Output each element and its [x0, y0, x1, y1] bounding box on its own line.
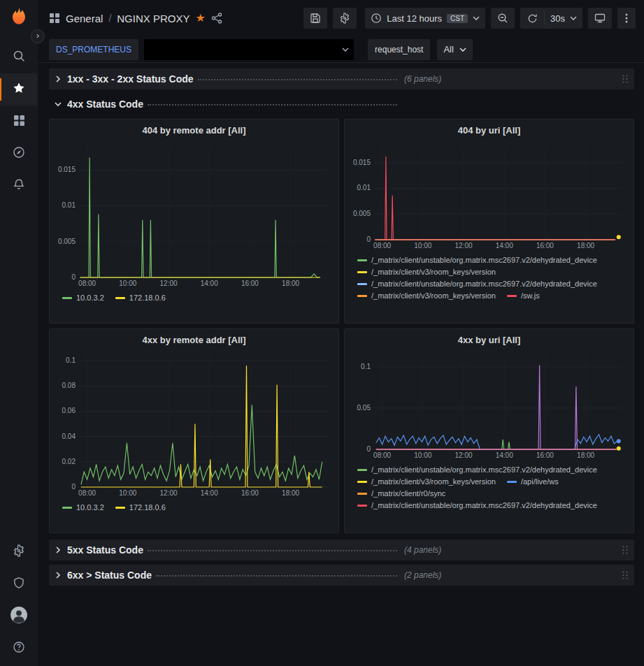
refresh-group: 30s	[520, 8, 582, 29]
row-leader-dots	[156, 575, 397, 577]
svg-text:0.04: 0.04	[62, 433, 76, 440]
chart-legend: 10.0.3.2172.18.0.6	[54, 498, 334, 530]
chart-4xx-by-remote-addr[interactable]: 08:0010:0012:0014:0016:0018:0000.020.040…	[54, 350, 334, 498]
legend-color-dash	[62, 297, 72, 299]
share-icon[interactable]	[211, 13, 222, 24]
svg-text:0.01: 0.01	[62, 201, 76, 209]
search-icon	[13, 50, 25, 65]
legend-label: 172.18.0.6	[129, 503, 166, 512]
panel-title[interactable]: 404 by remote addr [All]	[54, 120, 334, 140]
legend-item[interactable]: 172.18.0.6	[115, 294, 166, 302]
shield-icon	[13, 577, 25, 592]
panel-title[interactable]: 404 by uri [All]	[349, 120, 629, 140]
legend-item[interactable]: 10.0.3.2	[62, 294, 104, 302]
row-header-4xx[interactable]: 4xx Status Code	[49, 94, 634, 115]
svg-text:14:00: 14:00	[496, 451, 513, 459]
panel-4xx-by-uri: 4xx by uri [All] 08:0010:0012:0014:0016:…	[344, 328, 634, 533]
settings-gear-icon	[339, 13, 350, 24]
refresh-button[interactable]	[520, 8, 544, 29]
legend-item[interactable]: /_matrix/client/v3/room_keys/version	[357, 268, 496, 276]
legend-color-dash	[357, 283, 367, 285]
legend-item[interactable]: /_matrix/client/r0/sync	[357, 489, 445, 498]
sidebar-item-profile[interactable]	[0, 600, 38, 632]
row-panel-count: (4 panels)	[404, 545, 441, 555]
zoom-out-time-button[interactable]	[491, 8, 515, 29]
drag-handle-icon[interactable]	[622, 570, 629, 580]
legend-color-dash	[507, 481, 517, 483]
favorite-star-icon[interactable]: ★	[195, 13, 205, 24]
zoom-out-icon	[497, 13, 508, 24]
svg-text:16:00: 16:00	[241, 280, 259, 287]
refresh-interval-select[interactable]: 30s	[545, 8, 582, 29]
legend-item[interactable]: 172.18.0.6	[115, 503, 166, 512]
drag-handle-icon[interactable]	[622, 545, 629, 555]
chevron-down-icon	[342, 48, 349, 52]
sidebar-expand-button[interactable]: ›	[31, 29, 45, 43]
chart-404-by-remote-addr[interactable]: 08:0010:0012:0014:0016:0018:0000.0050.01…	[54, 140, 334, 289]
grafana-logo[interactable]	[8, 6, 29, 30]
row-title: 4xx Status Code	[67, 99, 143, 110]
legend-label: /_matrix/client/v3/room_keys/version	[371, 291, 496, 300]
panel-title[interactable]: 4xx by uri [All]	[349, 329, 629, 350]
request-host-select-value: All	[443, 44, 453, 55]
sidebar-item-configuration[interactable]	[0, 536, 38, 568]
dashboards-grid-icon	[13, 115, 25, 129]
legend-item[interactable]: /_matrix/client/unstable/org.matrix.msc2…	[357, 280, 597, 288]
legend-color-dash	[357, 259, 367, 261]
legend-item[interactable]: /_matrix/client/unstable/org.matrix.msc2…	[357, 465, 597, 474]
breadcrumb-separator: /	[108, 13, 111, 24]
legend-label: 10.0.3.2	[76, 294, 104, 302]
row-header-5xx[interactable]: 5xx Status Code (4 panels)	[49, 540, 634, 560]
request-host-variable-label[interactable]: request_host	[368, 39, 430, 60]
legend-item[interactable]: /_matrix/client/unstable/org.matrix.msc2…	[357, 256, 597, 264]
starred-icon	[13, 82, 25, 97]
sidebar-item-alerting[interactable]	[0, 170, 38, 202]
svg-text:0.05: 0.05	[357, 404, 371, 412]
row-header-6xx[interactable]: 6xx > Status Code (2 panels)	[49, 565, 634, 586]
chart-4xx-by-uri[interactable]: 08:0010:0012:0014:0016:0018:0000.050.1	[349, 350, 629, 461]
sidebar-item-dashboards[interactable]	[0, 106, 38, 138]
svg-text:0.06: 0.06	[62, 407, 76, 414]
breadcrumb-title[interactable]: NGINX PROXY	[117, 13, 189, 24]
more-options-button[interactable]	[617, 8, 636, 29]
panel-title[interactable]: 4xx by remote addr [All]	[54, 329, 334, 350]
legend-color-dash	[507, 295, 517, 297]
legend-item[interactable]: /_matrix/client/unstable/org.matrix.msc2…	[357, 501, 597, 509]
time-range-picker[interactable]: Last 12 hours CST	[365, 8, 485, 29]
legend-label: /api/live/ws	[521, 477, 559, 486]
sidebar-item-server-admin[interactable]	[0, 568, 38, 600]
chart-legend: /_matrix/client/unstable/org.matrix.msc2…	[349, 251, 629, 320]
svg-text:0.005: 0.005	[353, 210, 371, 217]
tv-mode-button[interactable]	[588, 8, 612, 29]
request-host-select[interactable]: All	[437, 39, 472, 60]
legend-item[interactable]: /_matrix/client/v3/room_keys/version	[357, 291, 496, 300]
save-dashboard-button[interactable]	[303, 8, 327, 29]
datasource-variable-label[interactable]: DS_PROMETHEUS	[49, 39, 138, 60]
legend-item[interactable]: /sw.js	[507, 291, 540, 300]
svg-text:0.1: 0.1	[66, 356, 76, 364]
main: General / NGINX PROXY ★ Last 12 hours CS…	[38, 0, 644, 666]
legend-item[interactable]: 10.0.3.2	[62, 503, 104, 512]
sidebar-nav-top	[0, 41, 38, 202]
breadcrumb: General / NGINX PROXY ★	[49, 13, 222, 24]
legend-item[interactable]: /api/live/ws	[507, 477, 559, 486]
dashboard-content: 1xx - 3xx - 2xx Status Code (6 panels) 4…	[38, 63, 644, 666]
drag-handle-icon[interactable]	[622, 74, 629, 84]
legend-label: /_matrix/client/unstable/org.matrix.msc2…	[371, 501, 597, 509]
legend-item[interactable]: /_matrix/client/v3/room_keys/version	[357, 477, 496, 486]
sidebar-item-explore[interactable]	[0, 138, 38, 170]
row-header-1xx-3xx-2xx[interactable]: 1xx - 3xx - 2xx Status Code (6 panels)	[49, 68, 634, 89]
dashboard-header: General / NGINX PROXY ★ Last 12 hours CS…	[38, 0, 644, 36]
chart-404-by-uri[interactable]: 08:0010:0012:0014:0016:0018:0000.0050.01…	[349, 140, 629, 251]
breadcrumb-section[interactable]: General	[66, 13, 103, 24]
datasource-select[interactable]	[144, 39, 354, 60]
sidebar-item-search[interactable]	[0, 41, 38, 73]
legend-color-dash	[357, 295, 367, 297]
alerting-icon	[13, 178, 25, 194]
row-title: 6xx > Status Code	[67, 570, 152, 581]
sidebar-item-starred[interactable]	[0, 73, 38, 106]
dashboard-settings-button[interactable]	[333, 8, 357, 29]
panel-404-by-remote-addr: 404 by remote addr [All] 08:0010:0012:00…	[49, 119, 339, 324]
sidebar-item-help[interactable]	[0, 632, 38, 665]
row-chevron-icon	[55, 101, 62, 108]
